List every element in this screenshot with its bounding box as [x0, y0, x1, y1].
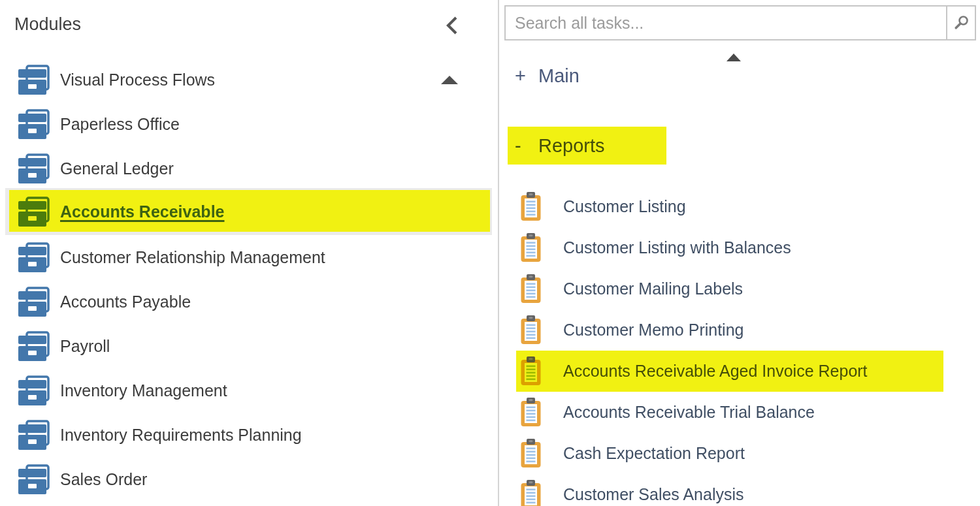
- task-item-label: Accounts Receivable Aged Invoice Report: [563, 362, 868, 381]
- module-drawer-icon: [18, 375, 50, 405]
- module-item-label: Sales Order: [60, 470, 147, 489]
- module-drawer-icon: [18, 242, 50, 272]
- modules-panel: Modules Visual Process Flows Pa: [0, 0, 498, 506]
- modules-header: Modules: [14, 14, 472, 40]
- expand-plus-icon[interactable]: +: [515, 65, 538, 87]
- module-drawer-icon: [18, 153, 50, 183]
- clipboard-icon: [521, 480, 541, 506]
- module-item-general-ledger[interactable]: General Ledger: [5, 146, 492, 191]
- module-item-label: Inventory Management: [60, 381, 227, 400]
- search-input[interactable]: [506, 7, 946, 39]
- app-screen: Modules Visual Process Flows Pa: [0, 0, 980, 506]
- module-item-inventory-requirements-planning[interactable]: Inventory Requirements Planning: [5, 413, 492, 457]
- task-item-cash-expectation-report[interactable]: Cash Expectation Report: [499, 433, 980, 474]
- task-group-label: Main: [538, 65, 580, 87]
- task-item-label: Customer Listing with Balances: [563, 238, 791, 257]
- triangle-up-icon: [727, 54, 741, 61]
- search-button[interactable]: [946, 7, 975, 39]
- tasks-panel: + Main - Reports Customer Listing: [498, 0, 980, 506]
- task-group-main[interactable]: + Main: [499, 61, 980, 90]
- module-drawer-icon: [18, 464, 50, 494]
- task-item-customer-mailing-labels[interactable]: Customer Mailing Labels: [499, 268, 980, 309]
- module-item-inventory-management[interactable]: Inventory Management: [5, 368, 492, 413]
- collapse-minus-icon[interactable]: -: [515, 135, 538, 157]
- module-drawer-icon: [18, 420, 50, 450]
- module-item-label: Inventory Requirements Planning: [60, 426, 302, 445]
- module-item-label: Accounts Payable: [60, 293, 191, 311]
- task-item-customer-listing[interactable]: Customer Listing: [499, 186, 980, 227]
- module-drawer-icon: [18, 287, 50, 317]
- task-item-customer-memo-printing[interactable]: Customer Memo Printing: [499, 309, 980, 351]
- task-item-label: Customer Mailing Labels: [563, 279, 743, 298]
- module-item-label: General Ledger: [60, 159, 174, 178]
- module-item-label: Paperless Office: [60, 115, 180, 134]
- task-item-label: Customer Listing: [563, 197, 686, 216]
- search-box: [504, 5, 976, 40]
- modules-panel-title: Modules: [14, 14, 81, 34]
- chevron-left-icon[interactable]: [444, 16, 461, 35]
- scroll-up-button[interactable]: [499, 51, 980, 64]
- task-item-label: Accounts Receivable Trial Balance: [563, 403, 815, 422]
- task-item-label: Customer Sales Analysis: [563, 485, 744, 504]
- module-drawer-icon: [18, 197, 50, 227]
- module-drawer-icon: [18, 331, 50, 361]
- clipboard-icon: [521, 315, 541, 345]
- module-item-payroll[interactable]: Payroll: [5, 324, 492, 368]
- module-item-accounts-receivable[interactable]: Accounts Receivable: [5, 188, 492, 235]
- module-item-sales-order[interactable]: Sales Order: [5, 457, 492, 501]
- clipboard-icon: [521, 192, 541, 221]
- module-item-label: Visual Process Flows: [60, 71, 215, 89]
- magnifier-icon: [953, 14, 970, 31]
- task-item-label: Cash Expectation Report: [563, 444, 745, 463]
- module-item-visual-process-flows[interactable]: Visual Process Flows: [5, 57, 492, 102]
- task-item-accounts-receivable-trial-balance[interactable]: Accounts Receivable Trial Balance: [499, 392, 980, 433]
- module-item-label: Payroll: [60, 337, 110, 356]
- triangle-up-icon[interactable]: [441, 76, 458, 84]
- task-group-label: Reports: [538, 135, 605, 157]
- clipboard-icon: [521, 439, 541, 468]
- clipboard-icon: [521, 398, 541, 427]
- task-item-customer-listing-with-balances[interactable]: Customer Listing with Balances: [499, 227, 980, 268]
- module-item-accounts-payable[interactable]: Accounts Payable: [5, 279, 492, 324]
- clipboard-icon: [521, 274, 541, 304]
- module-item-customer-relationship-management[interactable]: Customer Relationship Management: [5, 235, 492, 279]
- module-drawer-icon: [18, 109, 50, 139]
- task-group-reports[interactable]: - Reports: [499, 127, 980, 165]
- module-item-label: Accounts Receivable: [60, 202, 225, 221]
- task-item-accounts-receivable-aged-invoice-report[interactable]: Accounts Receivable Aged Invoice Report: [499, 351, 980, 392]
- module-item-paperless-office[interactable]: Paperless Office: [5, 102, 492, 146]
- clipboard-icon: [521, 356, 541, 386]
- clipboard-icon: [521, 233, 541, 262]
- module-drawer-icon: [18, 65, 50, 95]
- task-item-label: Customer Memo Printing: [563, 321, 743, 340]
- task-item-customer-sales-analysis[interactable]: Customer Sales Analysis: [499, 474, 980, 506]
- module-item-label: Customer Relationship Management: [60, 248, 325, 267]
